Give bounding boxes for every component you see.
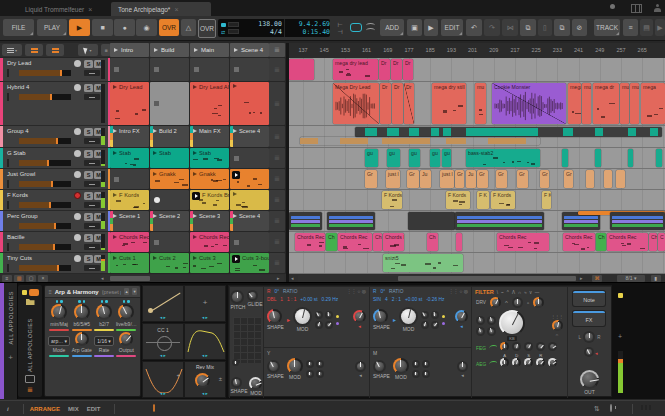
scene-options-button[interactable]: ≣ xyxy=(269,126,285,147)
osc-mini-knob[interactable] xyxy=(315,321,323,329)
arranger-clip[interactable] xyxy=(595,149,601,167)
solo-button[interactable]: S xyxy=(84,60,93,68)
param-mode[interactable]: arp… ▾Mode xyxy=(48,332,70,357)
clip-slot-gnakk[interactable]: Gnakk xyxy=(150,169,189,189)
clip-slot[interactable] xyxy=(230,232,269,252)
arranger-clip-just-l[interactable]: just l xyxy=(440,170,454,188)
arranger-clip-mega-dr[interactable]: mega dr xyxy=(593,83,619,124)
play-menu-button[interactable]: PLAY xyxy=(37,19,67,36)
io-toggle-button[interactable] xyxy=(46,44,64,56)
pan-knob[interactable] xyxy=(583,331,595,343)
track-row-perc-group[interactable]: Perc GroupSM xyxy=(0,211,110,232)
clip-overdub-button[interactable]: OVR xyxy=(159,19,179,36)
clip-slot-stab[interactable]: Stab xyxy=(150,148,189,168)
metronome-button[interactable]: △ xyxy=(181,19,196,36)
track-row-f-kords[interactable]: F KordsSM xyxy=(0,190,110,211)
sub-mod-knob[interactable] xyxy=(287,358,303,374)
arranger-clip-ch[interactable]: Ch xyxy=(326,233,337,251)
pan-slider[interactable] xyxy=(84,265,100,271)
arranger-clip-mega-dry-lead[interactable]: Mega Dry Lead xyxy=(333,83,379,124)
sub-mini-knob[interactable] xyxy=(422,370,430,378)
pitch-knob[interactable] xyxy=(230,290,244,304)
clip-slot[interactable] xyxy=(190,58,229,81)
clip-slot[interactable] xyxy=(150,190,189,210)
volume-slider[interactable] xyxy=(19,160,71,166)
record-button[interactable]: ● xyxy=(114,19,135,36)
osc-level-knob[interactable] xyxy=(353,310,366,323)
scroll-left-icon[interactable]: ◂ xyxy=(101,275,104,281)
arranger-clip[interactable] xyxy=(604,170,612,188)
piano-keyboard-icon[interactable] xyxy=(639,405,655,414)
clip-slot-gnakk[interactable]: Gnakk xyxy=(190,169,229,189)
automation-write-button[interactable]: ◉ xyxy=(136,19,157,36)
scene-options-button[interactable]: ≣ xyxy=(269,169,285,189)
arranger-clip-gr[interactable]: Gr xyxy=(540,170,549,188)
modulator-revmix[interactable]: Rev Mix±◂ ▸ xyxy=(184,361,226,398)
filter-type-icon[interactable]: ^ xyxy=(507,290,509,295)
param-min-maj[interactable]: min/Maj xyxy=(48,300,70,331)
x-shape-knob[interactable] xyxy=(231,377,242,388)
monitor-button[interactable] xyxy=(74,128,81,135)
group-tracks-button[interactable]: ≡ xyxy=(623,19,638,36)
osc-value[interactable]: 0.29 Hz xyxy=(322,296,339,303)
param-output[interactable]: Output xyxy=(116,332,137,357)
sub-mini-knob[interactable] xyxy=(412,370,420,378)
arranger-clip-mu[interactable]: mu xyxy=(630,83,639,124)
filter-type-icon[interactable]: Λ xyxy=(512,290,515,295)
clip-slot[interactable]: Build 2 xyxy=(150,126,189,147)
arranger-lane-group-4[interactable] xyxy=(289,126,665,148)
scene-options-button[interactable]: ≣ xyxy=(269,58,285,81)
record-arm-button[interactable] xyxy=(74,192,81,199)
arranger-clip-mu[interactable]: mu xyxy=(620,83,629,124)
view-toggle-mix[interactable]: MIX xyxy=(68,406,79,412)
arranger-clip-dr[interactable]: Dr xyxy=(403,59,413,80)
cutoff-knob[interactable] xyxy=(499,310,525,336)
drive-knob[interactable] xyxy=(490,297,501,308)
edit-menu-button[interactable]: EDIT xyxy=(441,19,463,36)
arranger-clip[interactable] xyxy=(456,233,462,251)
arranger-clip-mu[interactable]: mu xyxy=(582,83,591,124)
arranger-lane-just-growl[interactable]: Grjust lGrJujust lGrJuGrGrGrGrGr xyxy=(289,169,665,190)
filter-type-icon[interactable]: \ xyxy=(497,290,498,295)
add-device-button[interactable]: + xyxy=(618,333,622,340)
arranger-clip-gu[interactable]: gu xyxy=(430,149,440,167)
envelope-knob[interactable] xyxy=(500,342,509,351)
arranger-lane-perc-group[interactable] xyxy=(289,211,665,232)
arranger-clip-chords-i[interactable]: Chords I xyxy=(383,233,404,251)
arranger-clip-f-kords[interactable]: F Kords xyxy=(382,191,402,209)
arranger-clip-gr[interactable]: Gr xyxy=(517,170,528,188)
param-dropdown[interactable]: arp… ▾ xyxy=(48,336,70,346)
solo-button[interactable]: S xyxy=(84,150,93,158)
clip-slot[interactable] xyxy=(230,58,269,81)
solo-button[interactable]: S xyxy=(84,84,93,92)
osc-value[interactable]: +0.00 st xyxy=(405,296,422,303)
envelope-knob[interactable] xyxy=(512,342,521,351)
volume-slider[interactable] xyxy=(19,202,71,208)
osc-value[interactable]: 2 : 1 xyxy=(392,296,401,303)
arranger-clip-chords-rec[interactable]: Chords Rec xyxy=(295,233,325,251)
scene-header-scene-4[interactable]: Scene 4 xyxy=(230,43,269,57)
pan-slider[interactable] xyxy=(84,181,100,187)
arranger-clip-ch[interactable]: Ch xyxy=(649,233,657,251)
envelope-knob[interactable] xyxy=(524,342,533,351)
mapping-panel-icon[interactable] xyxy=(610,405,620,414)
arranger-clip-gr[interactable]: Gr xyxy=(455,170,464,188)
arranger-clip-mega[interactable]: mega xyxy=(568,83,581,124)
arranger-clip-snizt5[interactable]: snizt5 xyxy=(383,254,463,272)
scene-header-intro[interactable]: Intro xyxy=(110,43,149,57)
clip-slot[interactable] xyxy=(110,169,149,189)
param-dropdown[interactable]: 1/16 ▾ xyxy=(94,336,114,346)
solo-button[interactable]: S xyxy=(84,255,93,263)
osc-value[interactable]: DBL xyxy=(267,296,276,303)
device-track-tab[interactable]: ALL APPOLOGIES+ xyxy=(4,283,18,399)
arranger-clip-just-l[interactable]: just l xyxy=(386,170,400,188)
clip-slot-f-kords-bri-[interactable]: F Kords Bri… xyxy=(190,190,229,210)
modulator-env[interactable]: ◂ ▸ xyxy=(184,323,226,360)
osc-value[interactable]: 1 xyxy=(280,296,283,303)
clip-slot-cuts-1[interactable]: Cuts 1 xyxy=(110,253,149,273)
osc-mini-knob[interactable] xyxy=(325,311,333,319)
pan-slider[interactable] xyxy=(84,223,100,229)
pan-slider[interactable] xyxy=(84,94,100,100)
osc-mini-knob[interactable] xyxy=(315,311,323,319)
clip-slot-clip[interactable] xyxy=(230,82,269,125)
